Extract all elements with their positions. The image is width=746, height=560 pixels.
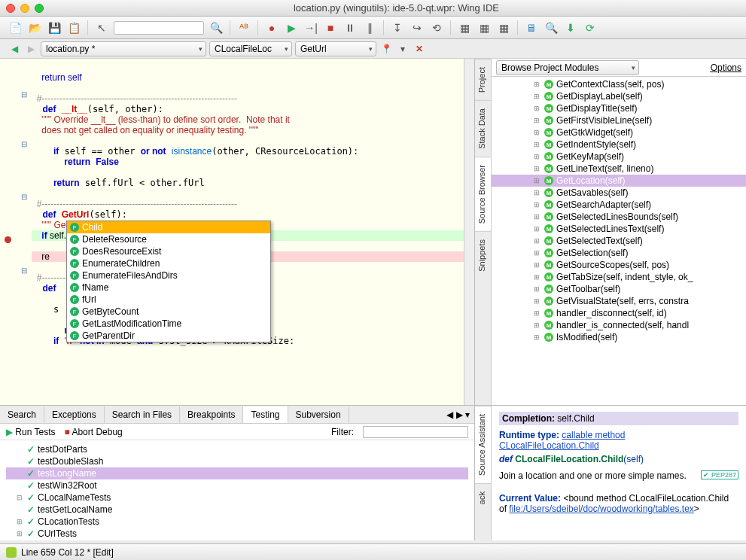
tree-row[interactable]: ⊞MIsModified(self)	[492, 331, 746, 343]
breakpoint-icon[interactable]: ●	[264, 20, 279, 35]
expand-icon[interactable]: ⊞	[534, 285, 540, 293]
tree-row[interactable]: ⊞MGetSelection(self)	[492, 247, 746, 259]
tab-source-assistant[interactable]: Source Assistant	[475, 406, 491, 483]
runtime-type-link2[interactable]: CLocalFileLocation.Child	[499, 440, 599, 451]
tree-row[interactable]: ⊞MGetSelectedLinesBounds(self)	[492, 211, 746, 223]
nav-fwd-icon[interactable]: ▶	[24, 42, 38, 56]
autocomplete-item[interactable]: FEnumerateChildren	[67, 257, 270, 269]
file-combo[interactable]: location.py *	[41, 41, 206, 56]
autocomplete-item[interactable]: FGetByteCount	[67, 306, 270, 318]
expand-icon[interactable]: ⊞	[534, 261, 540, 269]
tree-row[interactable]: ⊞MGetTabSize(self, indent_style, ok_	[492, 271, 746, 283]
expand-icon[interactable]: ⊞	[534, 225, 540, 233]
zoom-window-icon[interactable]	[35, 4, 44, 13]
options-link[interactable]: Options	[711, 62, 741, 73]
expand-icon[interactable]: ⊞	[534, 201, 540, 208]
monitor-icon[interactable]: 🖥	[524, 20, 539, 35]
panel2-icon[interactable]: ▦	[477, 20, 492, 35]
tree-row[interactable]: ⊞MGetIndentStyle(self)	[492, 138, 746, 151]
continue-icon[interactable]: ↪	[410, 20, 425, 35]
tree-row[interactable]: ⊞MGetSavables(self)	[492, 187, 746, 199]
tree-row[interactable]: ⊞MGetGtkWidget(self)	[492, 126, 746, 138]
tree-row[interactable]: ⊞MGetSourceScopes(self, pos)	[492, 259, 746, 271]
pin-icon[interactable]: 📍	[379, 42, 393, 56]
step-over-icon[interactable]: ‖	[362, 20, 377, 35]
tree-row[interactable]: ⊞MGetDisplayTitle(self)	[492, 102, 746, 114]
autocomplete-item[interactable]: FGetParentDir	[67, 330, 270, 342]
tree-row[interactable]: ⊞MGetLocation(self)	[492, 175, 746, 187]
zoom-icon[interactable]: 🔍	[544, 20, 559, 35]
gutter[interactable]: ⊟ ⊟ ⊟ ⊟	[0, 59, 32, 405]
autocomplete-item[interactable]: FDeleteResource	[67, 233, 270, 245]
nav-back-icon[interactable]: ◀	[8, 42, 21, 56]
tree-row[interactable]: ⊞MGetSelectedLinesText(self)	[492, 223, 746, 235]
tab-source-browser[interactable]: Source Browser	[475, 157, 491, 231]
breakpoint-marker-icon[interactable]	[5, 236, 11, 243]
save-all-icon[interactable]: 📋	[66, 20, 81, 35]
expand-icon[interactable]: ⊞	[534, 117, 540, 124]
expand-icon[interactable]: ⊞	[534, 273, 540, 281]
tab-subversion[interactable]: Subversion	[288, 406, 349, 423]
run-tests-button[interactable]: ▶ Run Tests	[6, 427, 55, 437]
autocomplete-item[interactable]: FEnumerateFilesAndDirs	[67, 269, 270, 282]
test-row[interactable]: ✓testGetLocalName	[6, 504, 468, 516]
expand-icon[interactable]: ⊞	[534, 177, 540, 184]
editor-scrollbar[interactable]	[464, 59, 474, 405]
tab-ack[interactable]: ack	[475, 483, 491, 512]
expand-icon[interactable]: ⊞	[534, 81, 540, 88]
tree-row[interactable]: ⊞MGetFirstVisibleLine(self)	[492, 114, 746, 126]
tab-stack-data[interactable]: Stack Data	[475, 100, 491, 157]
tree-row[interactable]: ⊞MGetToolbar(self)	[492, 283, 746, 295]
expand-icon[interactable]: ⊞	[534, 309, 540, 317]
expand-icon[interactable]: ⊞	[17, 530, 23, 537]
tree-row[interactable]: ⊞MGetKeyMap(self)	[492, 151, 746, 163]
close-tab-icon[interactable]: ✕	[413, 42, 426, 56]
menu-icon[interactable]: ▾	[396, 42, 410, 56]
panel3-icon[interactable]: ▦	[496, 20, 511, 35]
tree-row[interactable]: ⊞Mhandler_is_connected(self, handl	[492, 319, 746, 331]
expand-icon[interactable]: ⊞	[534, 153, 540, 160]
tab-scroll-icon[interactable]: ◀ ▶ ▾	[442, 409, 474, 420]
autocomplete-item[interactable]: FGetLastModificationTime	[67, 318, 270, 330]
abort-debug-button[interactable]: ■ Abort Debug	[64, 427, 122, 437]
expand-icon[interactable]: ⊞	[534, 249, 540, 257]
tab-testing[interactable]: Testing	[243, 406, 288, 423]
panel1-icon[interactable]: ▦	[457, 20, 472, 35]
expand-icon[interactable]: ⊞	[534, 189, 540, 196]
code-editor[interactable]: ⊟ ⊟ ⊟ ⊟ return self #-------------------…	[0, 59, 474, 405]
open-file-icon[interactable]: 📂	[27, 20, 42, 35]
tree-row[interactable]: ⊞MGetVisualState(self, errs, constra	[492, 295, 746, 307]
expand-icon[interactable]: ⊟	[17, 494, 23, 501]
stop-icon[interactable]: ■	[323, 20, 338, 35]
restart-icon[interactable]: ⟲	[429, 20, 444, 35]
expand-icon[interactable]: ⊞	[534, 321, 540, 329]
run-icon[interactable]: ▶	[284, 20, 299, 35]
test-row[interactable]: ✓testDoubleSlash	[6, 455, 468, 467]
tab-breakpoints[interactable]: Breakpoints	[180, 406, 243, 423]
step-out-icon[interactable]: ↧	[390, 20, 405, 35]
sync-icon[interactable]: ⟳	[583, 20, 598, 35]
tree-row[interactable]: ⊞Mhandler_disconnect(self, id)	[492, 307, 746, 319]
browser-mode-combo[interactable]: Browse Project Modules	[496, 60, 639, 75]
source-browser-tree[interactable]: ⊞MGetContextClass(self, pos) ⊞MGetDispla…	[492, 77, 746, 405]
autocomplete-item[interactable]: FChild	[67, 221, 270, 233]
expand-icon[interactable]: ⊞	[534, 237, 540, 245]
pause-icon[interactable]: ⏸	[343, 20, 358, 35]
tab-snippets[interactable]: Snippets	[475, 231, 491, 279]
test-row[interactable]: ⊞✓CUrlTests	[6, 528, 468, 540]
tree-row[interactable]: ⊞MGetSearchAdapter(self)	[492, 199, 746, 211]
expand-icon[interactable]: ⊞	[534, 105, 540, 112]
autocomplete-item[interactable]: FfName	[67, 282, 270, 294]
download-icon[interactable]: ⬇	[563, 20, 578, 35]
tab-search-in-files[interactable]: Search in Files	[105, 406, 180, 423]
test-row[interactable]: ✓testLongName	[6, 467, 468, 479]
tab-project[interactable]: Project	[475, 59, 491, 100]
test-tree[interactable]: ✓testDotParts ✓testDoubleSlash ✓testLong…	[0, 440, 474, 540]
test-row[interactable]: ✓testDotParts	[6, 443, 468, 455]
expand-icon[interactable]: ⊞	[534, 93, 540, 100]
tab-search[interactable]: Search	[0, 406, 44, 423]
tree-row[interactable]: ⊞MGetContextClass(self, pos)	[492, 78, 746, 90]
search-icon[interactable]: 🔍	[209, 20, 224, 35]
filter-input[interactable]	[363, 426, 468, 438]
expand-icon[interactable]: ⊞	[534, 141, 540, 148]
